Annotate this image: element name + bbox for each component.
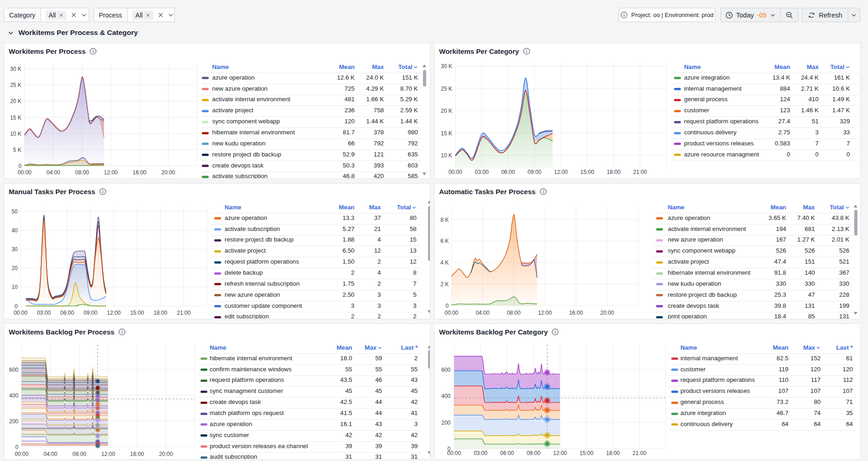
svg-text:0: 0 [445,303,449,309]
svg-text:20: 20 [11,265,18,271]
svg-text:03:00: 03:00 [475,169,489,175]
svg-text:08:00: 08:00 [75,169,89,176]
svg-text:200: 200 [9,418,18,425]
svg-text:04:00: 04:00 [46,169,60,176]
svg-text:08:00: 08:00 [507,310,520,316]
svg-text:20 K: 20 K [10,98,22,104]
svg-text:30 K: 30 K [441,63,452,69]
svg-text:12:00: 12:00 [107,310,120,316]
svg-text:30: 30 [11,246,18,253]
svg-text:03:00: 03:00 [37,310,51,316]
svg-text:12:00: 12:00 [104,169,118,176]
svg-text:21:00: 21:00 [633,169,647,175]
svg-text:0: 0 [18,163,22,169]
svg-text:10: 10 [11,284,18,290]
svg-text:4 K: 4 K [440,259,449,266]
svg-text:30 K: 30 K [10,66,22,72]
svg-text:5 K: 5 K [13,147,22,153]
svg-text:2 K: 2 K [440,281,449,288]
svg-text:50: 50 [11,208,18,215]
svg-text:0: 0 [15,303,18,310]
svg-text:200: 200 [441,420,451,426]
svg-text:400: 400 [9,392,18,399]
svg-text:12:00: 12:00 [554,169,568,175]
svg-text:10 K: 10 K [10,131,22,137]
svg-text:15:00: 15:00 [580,169,594,175]
svg-text:0: 0 [15,444,18,450]
svg-text:20:00: 20:00 [161,169,175,176]
svg-text:00:00: 00:00 [17,169,31,176]
svg-text:03:00: 03:00 [474,450,487,456]
svg-text:00:00: 00:00 [448,169,462,175]
svg-text:15:00: 15:00 [580,450,594,456]
svg-text:00:00: 00:00 [445,310,458,316]
svg-text:04:00: 04:00 [44,451,57,457]
svg-text:8 K: 8 K [440,217,449,223]
svg-text:20:00: 20:00 [600,310,614,316]
svg-text:16:00: 16:00 [130,451,144,457]
svg-text:16:00: 16:00 [132,169,146,176]
svg-text:00:00: 00:00 [15,451,29,457]
svg-text:06:00: 06:00 [500,450,514,456]
svg-text:12:00: 12:00 [101,451,115,457]
svg-text:10 K: 10 K [441,152,452,159]
svg-text:6 K: 6 K [440,238,449,244]
svg-text:06:00: 06:00 [60,310,74,316]
svg-text:08:00: 08:00 [72,451,86,457]
svg-text:15 K: 15 K [10,115,22,121]
svg-text:600: 600 [441,367,451,373]
svg-text:25 K: 25 K [10,82,22,88]
svg-text:600: 600 [9,367,18,373]
svg-text:12:00: 12:00 [553,450,567,456]
svg-text:20 K: 20 K [441,108,452,114]
svg-text:40: 40 [11,227,18,234]
svg-text:04:00: 04:00 [476,310,490,316]
svg-text:18:00: 18:00 [607,169,621,175]
svg-text:15 K: 15 K [441,130,452,137]
svg-text:18:00: 18:00 [154,310,167,316]
svg-text:0: 0 [447,446,451,452]
svg-text:12:00: 12:00 [538,310,552,316]
svg-text:09:00: 09:00 [528,169,542,175]
svg-text:18:00: 18:00 [606,450,620,456]
svg-text:21:00: 21:00 [177,310,191,316]
svg-text:20:00: 20:00 [159,451,173,457]
svg-text:09:00: 09:00 [84,310,97,316]
svg-text:15:00: 15:00 [130,310,144,316]
svg-text:06:00: 06:00 [501,169,515,175]
svg-text:00:00: 00:00 [14,310,28,316]
svg-text:400: 400 [441,393,451,399]
svg-text:16:00: 16:00 [569,310,583,316]
svg-text:21:00: 21:00 [633,450,646,456]
svg-text:09:00: 09:00 [526,450,540,456]
svg-text:25 K: 25 K [441,86,452,92]
